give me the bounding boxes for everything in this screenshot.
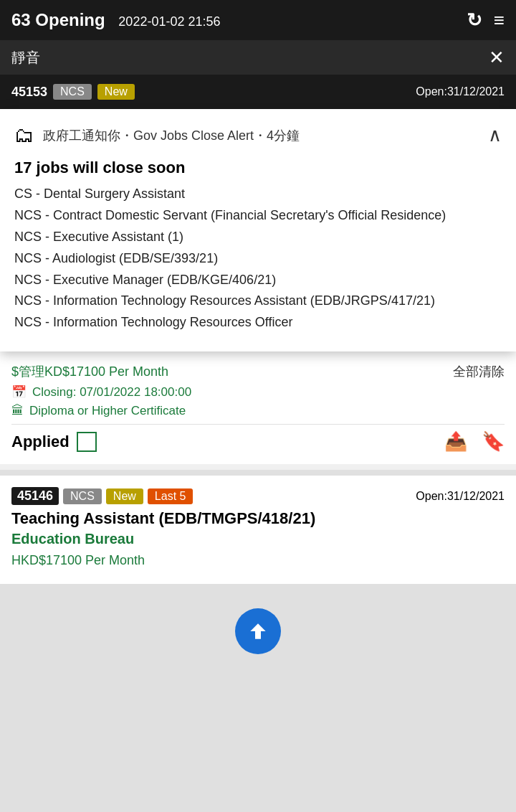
refresh-icon[interactable]: ↻ [467,9,482,32]
calendar-icon: 📅 [11,384,27,400]
job-org-2: Education Bureau [11,531,505,547]
applied-label: Applied [11,433,70,451]
tag-new: New [97,84,135,100]
job-tag-row: 45153 NCS New Open:31/12/2021 [0,75,516,109]
job-actions: Applied 📤 🔖 [11,424,505,453]
edu-requirement: Diploma or Higher Certificate [29,404,186,418]
app-title: 63 Opening 2022-01-02 21:56 [11,10,220,30]
notif-collapse-button[interactable]: ∧ [488,124,502,146]
job-title-2: Teaching Assistant (EDB/TMGPS/418/21) [11,509,505,528]
mute-label-row: 靜音 [11,48,40,67]
job-id-2: 45146 [11,487,59,505]
job-salary-value: $管理KD$17100 Per Month [11,363,168,380]
open-date-2: Open:31/12/2021 [416,490,505,503]
notif-app-icon: 🗂 [14,123,34,147]
notification-close-button[interactable]: ✕ [489,47,505,69]
notification-card: 🗂 政府工通知你・Gov Jobs Close Alert・4分鐘 ∧ 17 j… [0,109,516,351]
scroll-up-button[interactable] [235,608,281,654]
mute-label: 靜音 [11,48,40,67]
share-icon[interactable]: 📤 [444,430,467,453]
status-bar: 63 Opening 2022-01-02 21:56 ↻ ≡ [0,0,516,40]
notif-job-item: NCS - Audiologist (EDB/SE/393/21) [14,249,502,269]
job-salary-row: $管理KD$17100 Per Month 全部清除 [11,363,505,380]
applied-checkbox[interactable] [77,432,97,452]
closing-date: Closing: 07/01/2022 18:00:00 [32,385,191,400]
notif-job-list: CS - Dental Surgery AssistantNCS - Contr… [14,184,502,333]
notif-header: 🗂 政府工通知你・Gov Jobs Close Alert・4分鐘 ∧ [14,123,502,147]
tag-ncs-2: NCS [63,488,102,504]
job-closing-row: 📅 Closing: 07/01/2022 18:00:00 [11,384,505,400]
job-tags-left: 45153 NCS New [11,84,135,100]
job-id: 45153 [11,85,47,100]
status-icons: ↻ ≡ [467,9,505,32]
background-content: $管理KD$17100 Per Month 全部清除 📅 Closing: 07… [0,351,516,584]
notif-job-item: NCS - Executive Manager (EDB/KGE/406/21) [14,270,502,291]
notif-job-item: NCS - Executive Assistant (1) [14,227,502,247]
notif-body: 17 jobs will close soon CS - Dental Surg… [14,159,502,333]
bookmark-icon[interactable]: 🔖 [482,430,505,453]
action-icons: 📤 🔖 [444,430,505,453]
applied-section: Applied [11,432,97,452]
notif-app-title: 政府工通知你・Gov Jobs Close Alert・4分鐘 [43,127,300,144]
job-card-1: $管理KD$17100 Per Month 全部清除 📅 Closing: 07… [0,351,516,464]
notif-header-left: 🗂 政府工通知你・Gov Jobs Close Alert・4分鐘 [14,123,300,147]
job-card-2-tags: 45146 NCS New Last 5 [11,487,193,505]
notif-job-item: NCS - Contract Domestic Servant (Financi… [14,206,502,226]
job-salary-2: HKD$17100 Per Month [11,553,505,568]
salary-value-2: HKD$17100 Per Month [11,553,145,568]
tag-new-2: New [106,488,143,504]
notif-job-item: CS - Dental Surgery Assistant [14,184,502,204]
job-edu-row: 🏛 Diploma or Higher Certificate [11,404,505,418]
job-card-2-header: 45146 NCS New Last 5 Open:31/12/2021 [11,487,505,505]
notif-job-item: NCS - Information Technology Resources O… [14,313,502,333]
open-date: Open:31/12/2021 [416,85,505,98]
notification-bar: 靜音 ✕ [0,40,516,75]
clear-all-button[interactable]: 全部清除 [453,363,505,380]
tag-last5: Last 5 [148,488,194,504]
notif-heading: 17 jobs will close soon [14,159,502,177]
building-icon: 🏛 [11,404,24,418]
divider [0,470,516,476]
job-card-2: 45146 NCS New Last 5 Open:31/12/2021 Tea… [0,476,516,584]
menu-icon[interactable]: ≡ [494,9,505,32]
arrow-up-icon [247,620,269,643]
notif-job-item: NCS - Information Technology Resources A… [14,291,502,311]
tag-ncs: NCS [53,84,92,100]
